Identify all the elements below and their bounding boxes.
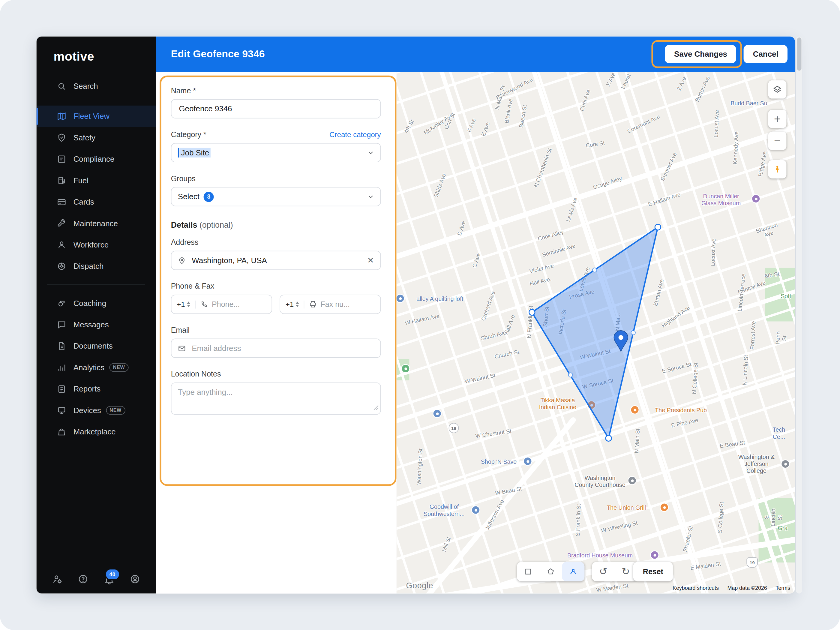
- clear-address-icon[interactable]: ✕: [367, 256, 374, 265]
- whistle-icon: [57, 298, 66, 308]
- notifications-bell-icon[interactable]: 40: [103, 573, 115, 585]
- sidebar-item-safety[interactable]: Safety: [36, 127, 156, 148]
- new-badge: NEW: [109, 363, 129, 372]
- address-input-wrap: ✕: [171, 251, 381, 270]
- geofence-polygon[interactable]: [532, 227, 658, 438]
- email-field-group: Email: [171, 326, 381, 358]
- name-input-wrap: [171, 99, 381, 118]
- help-icon[interactable]: [77, 573, 89, 585]
- groups-field-group: Groups Select 3: [171, 174, 381, 206]
- bar-chart-icon: [57, 363, 66, 372]
- notes-textarea-wrap: [171, 382, 381, 415]
- shield-icon: [57, 133, 66, 142]
- sidebar-item-marketplace[interactable]: Marketplace: [36, 421, 156, 442]
- sidebar-item-label: Analytics: [74, 363, 105, 372]
- search-icon: [57, 81, 66, 91]
- phone-placeholder[interactable]: Phone...: [212, 300, 240, 309]
- sidebar-item-dispatch[interactable]: Dispatch: [36, 256, 156, 277]
- sidebar-item-compliance[interactable]: Compliance: [36, 148, 156, 170]
- map-data-text: Map data ©2026: [727, 585, 767, 591]
- sidebar-item-label: Safety: [74, 134, 95, 142]
- device-icon: [57, 406, 66, 415]
- person-icon: [57, 240, 66, 249]
- layers-icon: [772, 85, 782, 94]
- pegman-button[interactable]: [768, 160, 786, 178]
- account-icon[interactable]: [129, 573, 141, 585]
- admin-settings-icon[interactable]: [51, 573, 63, 585]
- groups-select[interactable]: Select 3: [171, 187, 381, 206]
- stepper-icon[interactable]: [296, 302, 299, 307]
- polygon-vertex-handle[interactable]: [655, 224, 661, 230]
- phone-icon: [201, 301, 208, 308]
- address-field-group: Address ✕: [171, 238, 381, 270]
- report-icon: [57, 384, 66, 393]
- sidebar-item-devices[interactable]: Devices NEW: [36, 399, 156, 421]
- resize-handle[interactable]: [374, 403, 379, 412]
- sidebar-item-label: Fleet View: [74, 112, 109, 121]
- map-canvas[interactable]: Buttonwood AveN Main StBlank AveBeech St…: [396, 72, 795, 594]
- sidebar-item-search[interactable]: Search: [36, 76, 156, 97]
- cancel-button[interactable]: Cancel: [744, 45, 788, 63]
- create-category-link[interactable]: Create category: [329, 131, 381, 139]
- location-notes-label: Location Notes: [171, 369, 381, 378]
- address-input[interactable]: [191, 256, 363, 265]
- polygon-vertex-handle[interactable]: [529, 309, 535, 315]
- save-changes-button[interactable]: Save Changes: [665, 45, 736, 63]
- sidebar-item-label: Search: [74, 82, 98, 91]
- email-input-wrap: [171, 339, 381, 358]
- steering-wheel-icon: [57, 261, 66, 271]
- sidebar-footer: 40: [36, 573, 156, 585]
- sidebar-item-cards[interactable]: Cards: [36, 191, 156, 212]
- groups-value: Select: [178, 192, 199, 201]
- zoom-out-button[interactable]: −: [768, 132, 786, 150]
- sidebar-item-fleet-view[interactable]: Fleet View: [36, 106, 156, 127]
- scrollbar-thumb[interactable]: [797, 38, 801, 71]
- pegman-icon: [773, 165, 782, 174]
- terms-link[interactable]: Terms: [775, 585, 790, 591]
- text-cursor: [178, 148, 179, 158]
- phone-country-code[interactable]: +1: [177, 300, 196, 308]
- sidebar-item-messages[interactable]: Messages: [36, 314, 156, 335]
- keyboard-shortcuts-link[interactable]: Keyboard shortcuts: [673, 585, 719, 591]
- sidebar-item-label: Fuel: [74, 176, 88, 185]
- details-section-heading: Details (optional): [171, 220, 381, 229]
- sidebar-item-coaching[interactable]: Coaching: [36, 292, 156, 314]
- rectangle-tool-button[interactable]: [517, 562, 539, 581]
- polygon-vertex-handle[interactable]: [606, 435, 612, 441]
- sidebar-item-label: Reports: [74, 385, 101, 393]
- zoom-in-button[interactable]: +: [768, 110, 786, 128]
- sidebar-item-label: Maintenance: [74, 219, 118, 228]
- polygon-midpoint-handle[interactable]: [631, 331, 635, 335]
- reset-group: Reset: [633, 562, 673, 581]
- motive-logo: motive: [36, 36, 156, 66]
- notes-textarea[interactable]: [171, 383, 380, 414]
- reset-button[interactable]: Reset: [633, 562, 673, 581]
- map-icon: [57, 111, 66, 121]
- polygon-midpoint-handle[interactable]: [592, 268, 597, 272]
- name-input[interactable]: [178, 104, 374, 114]
- sidebar-item-label: Dispatch: [74, 262, 104, 271]
- location-notes-field-group: Location Notes: [171, 369, 381, 415]
- sidebar-item-documents[interactable]: Documents: [36, 335, 156, 357]
- vertex-edit-tool-button[interactable]: [562, 562, 584, 581]
- sidebar-item-analytics[interactable]: Analytics NEW: [36, 357, 156, 378]
- fax-country-code[interactable]: +1: [286, 300, 305, 308]
- email-input[interactable]: [191, 344, 374, 353]
- undo-button[interactable]: ↺: [592, 562, 614, 581]
- geofence-layer[interactable]: [396, 72, 795, 594]
- sidebar-item-maintenance[interactable]: Maintenance: [36, 213, 156, 234]
- sidebar-divider: [47, 284, 145, 285]
- sidebar-item-fuel[interactable]: Fuel: [36, 170, 156, 191]
- layers-button[interactable]: [768, 81, 786, 99]
- sidebar-item-reports[interactable]: Reports: [36, 378, 156, 399]
- category-select[interactable]: Job Site: [171, 143, 381, 162]
- fax-placeholder[interactable]: Fax nu...: [321, 300, 350, 309]
- sidebar-item-label: Workforce: [74, 241, 109, 249]
- sidebar-item-workforce[interactable]: Workforce: [36, 234, 156, 255]
- vertical-scrollbar[interactable]: [796, 36, 802, 594]
- stepper-icon[interactable]: [187, 302, 191, 307]
- polygon-tool-button[interactable]: [539, 562, 562, 581]
- polygon-midpoint-handle[interactable]: [568, 373, 573, 377]
- chevron-down-icon: [368, 149, 374, 156]
- sidebar-item-label: Devices: [74, 406, 101, 415]
